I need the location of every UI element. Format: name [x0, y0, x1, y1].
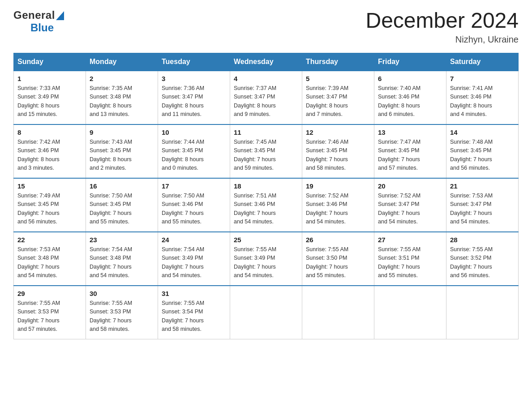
weekday-header-saturday: Saturday [446, 53, 519, 71]
calendar-day-4: 4 Sunrise: 7:37 AMSunset: 3:47 PMDayligh… [230, 71, 302, 124]
day-number: 29 [17, 290, 82, 297]
day-info: Sunrise: 7:55 AMSunset: 3:49 PMDaylight:… [234, 246, 276, 278]
calendar-day-26: 26 Sunrise: 7:55 AMSunset: 3:50 PMDaylig… [302, 232, 374, 286]
day-info: Sunrise: 7:44 AMSunset: 3:45 PMDaylight:… [162, 139, 204, 171]
calendar-day-9: 9 Sunrise: 7:43 AMSunset: 3:45 PMDayligh… [86, 124, 158, 178]
calendar-week-3: 15 Sunrise: 7:49 AMSunset: 3:45 PMDaylig… [14, 178, 519, 232]
day-number: 4 [234, 75, 298, 82]
day-number: 21 [450, 182, 515, 190]
logo-general-text: General [13, 9, 55, 21]
day-number: 26 [306, 236, 370, 244]
day-number: 3 [162, 75, 226, 82]
empty-cell [230, 286, 302, 339]
day-number: 18 [234, 182, 298, 190]
day-number: 24 [162, 236, 226, 244]
day-info: Sunrise: 7:40 AMSunset: 3:46 PMDaylight:… [378, 85, 420, 117]
logo-triangle-icon [56, 11, 64, 20]
day-info: Sunrise: 7:53 AMSunset: 3:48 PMDaylight:… [17, 246, 60, 278]
day-info: Sunrise: 7:53 AMSunset: 3:47 PMDaylight:… [450, 193, 493, 225]
calendar-day-5: 5 Sunrise: 7:39 AMSunset: 3:47 PMDayligh… [302, 71, 374, 124]
weekday-header-wednesday: Wednesday [230, 53, 302, 71]
calendar-day-6: 6 Sunrise: 7:40 AMSunset: 3:46 PMDayligh… [374, 71, 446, 124]
calendar-day-10: 10 Sunrise: 7:44 AMSunset: 3:45 PMDaylig… [158, 124, 230, 178]
day-number: 6 [378, 75, 442, 82]
day-info: Sunrise: 7:52 AMSunset: 3:47 PMDaylight:… [378, 193, 420, 225]
calendar-day-20: 20 Sunrise: 7:52 AMSunset: 3:47 PMDaylig… [374, 178, 446, 232]
calendar-week-5: 29 Sunrise: 7:55 AMSunset: 3:53 PMDaylig… [14, 286, 519, 339]
day-number: 22 [17, 236, 82, 244]
page-header: General Blue December 2024 Nizhyn, Ukrai… [13, 9, 519, 45]
day-number: 28 [450, 236, 515, 244]
day-number: 2 [90, 75, 154, 82]
day-number: 12 [306, 128, 370, 136]
day-info: Sunrise: 7:46 AMSunset: 3:45 PMDaylight:… [306, 139, 348, 171]
day-info: Sunrise: 7:45 AMSunset: 3:45 PMDaylight:… [234, 139, 276, 171]
day-number: 7 [450, 75, 515, 82]
calendar-day-17: 17 Sunrise: 7:50 AMSunset: 3:46 PMDaylig… [158, 178, 230, 232]
day-number: 5 [306, 75, 370, 82]
logo: General Blue [13, 9, 64, 34]
calendar-day-16: 16 Sunrise: 7:50 AMSunset: 3:45 PMDaylig… [86, 178, 158, 232]
weekday-header-tuesday: Tuesday [158, 53, 230, 71]
weekday-header-sunday: Sunday [14, 53, 86, 71]
calendar-day-8: 8 Sunrise: 7:42 AMSunset: 3:46 PMDayligh… [14, 124, 86, 178]
calendar-day-11: 11 Sunrise: 7:45 AMSunset: 3:45 PMDaylig… [230, 124, 302, 178]
calendar-table: SundayMondayTuesdayWednesdayThursdayFrid… [13, 53, 519, 340]
day-number: 1 [17, 75, 82, 82]
day-info: Sunrise: 7:47 AMSunset: 3:45 PMDaylight:… [378, 139, 420, 171]
day-number: 30 [90, 290, 154, 297]
calendar-day-1: 1 Sunrise: 7:33 AMSunset: 3:49 PMDayligh… [14, 71, 86, 124]
day-info: Sunrise: 7:55 AMSunset: 3:53 PMDaylight:… [90, 300, 132, 332]
calendar-day-18: 18 Sunrise: 7:51 AMSunset: 3:46 PMDaylig… [230, 178, 302, 232]
day-number: 17 [162, 182, 226, 190]
calendar-day-14: 14 Sunrise: 7:48 AMSunset: 3:45 PMDaylig… [446, 124, 519, 178]
day-info: Sunrise: 7:52 AMSunset: 3:46 PMDaylight:… [306, 193, 348, 225]
calendar-day-25: 25 Sunrise: 7:55 AMSunset: 3:49 PMDaylig… [230, 232, 302, 286]
day-info: Sunrise: 7:41 AMSunset: 3:46 PMDaylight:… [450, 85, 493, 117]
calendar-day-7: 7 Sunrise: 7:41 AMSunset: 3:46 PMDayligh… [446, 71, 519, 124]
day-info: Sunrise: 7:48 AMSunset: 3:45 PMDaylight:… [450, 139, 493, 171]
day-number: 13 [378, 128, 442, 136]
day-info: Sunrise: 7:50 AMSunset: 3:45 PMDaylight:… [90, 193, 132, 225]
day-info: Sunrise: 7:55 AMSunset: 3:50 PMDaylight:… [306, 246, 348, 278]
calendar-day-15: 15 Sunrise: 7:49 AMSunset: 3:45 PMDaylig… [14, 178, 86, 232]
calendar-day-2: 2 Sunrise: 7:35 AMSunset: 3:48 PMDayligh… [86, 71, 158, 124]
day-number: 8 [17, 128, 82, 136]
logo-blue-text: Blue [30, 21, 54, 34]
calendar-day-19: 19 Sunrise: 7:52 AMSunset: 3:46 PMDaylig… [302, 178, 374, 232]
calendar-body: 1 Sunrise: 7:33 AMSunset: 3:49 PMDayligh… [14, 71, 519, 339]
day-info: Sunrise: 7:55 AMSunset: 3:51 PMDaylight:… [378, 246, 420, 278]
calendar-week-1: 1 Sunrise: 7:33 AMSunset: 3:49 PMDayligh… [14, 71, 519, 124]
calendar-header: SundayMondayTuesdayWednesdayThursdayFrid… [14, 53, 519, 71]
day-number: 14 [450, 128, 515, 136]
calendar-day-12: 12 Sunrise: 7:46 AMSunset: 3:45 PMDaylig… [302, 124, 374, 178]
day-number: 20 [378, 182, 442, 190]
day-number: 25 [234, 236, 298, 244]
weekday-header-monday: Monday [86, 53, 158, 71]
day-number: 10 [162, 128, 226, 136]
day-number: 23 [90, 236, 154, 244]
day-info: Sunrise: 7:37 AMSunset: 3:47 PMDaylight:… [234, 85, 276, 117]
day-number: 9 [90, 128, 154, 136]
empty-cell [302, 286, 374, 339]
day-number: 15 [17, 182, 82, 190]
day-info: Sunrise: 7:33 AMSunset: 3:49 PMDaylight:… [17, 85, 60, 117]
day-number: 11 [234, 128, 298, 136]
day-info: Sunrise: 7:36 AMSunset: 3:47 PMDaylight:… [162, 85, 204, 117]
calendar-day-13: 13 Sunrise: 7:47 AMSunset: 3:45 PMDaylig… [374, 124, 446, 178]
location-title: Nizhyn, Ukraine [365, 34, 519, 45]
calendar-day-31: 31 Sunrise: 7:55 AMSunset: 3:54 PMDaylig… [158, 286, 230, 339]
day-info: Sunrise: 7:54 AMSunset: 3:48 PMDaylight:… [90, 246, 132, 278]
calendar-day-23: 23 Sunrise: 7:54 AMSunset: 3:48 PMDaylig… [86, 232, 158, 286]
day-info: Sunrise: 7:49 AMSunset: 3:45 PMDaylight:… [17, 193, 60, 225]
day-info: Sunrise: 7:43 AMSunset: 3:45 PMDaylight:… [90, 139, 132, 171]
day-info: Sunrise: 7:55 AMSunset: 3:52 PMDaylight:… [450, 246, 493, 278]
day-info: Sunrise: 7:39 AMSunset: 3:47 PMDaylight:… [306, 85, 348, 117]
calendar-day-28: 28 Sunrise: 7:55 AMSunset: 3:52 PMDaylig… [446, 232, 519, 286]
day-info: Sunrise: 7:42 AMSunset: 3:46 PMDaylight:… [17, 139, 60, 171]
day-info: Sunrise: 7:54 AMSunset: 3:49 PMDaylight:… [162, 246, 204, 278]
month-title: December 2024 [365, 9, 519, 33]
day-info: Sunrise: 7:35 AMSunset: 3:48 PMDaylight:… [90, 85, 132, 117]
day-number: 27 [378, 236, 442, 244]
day-number: 31 [162, 290, 226, 297]
